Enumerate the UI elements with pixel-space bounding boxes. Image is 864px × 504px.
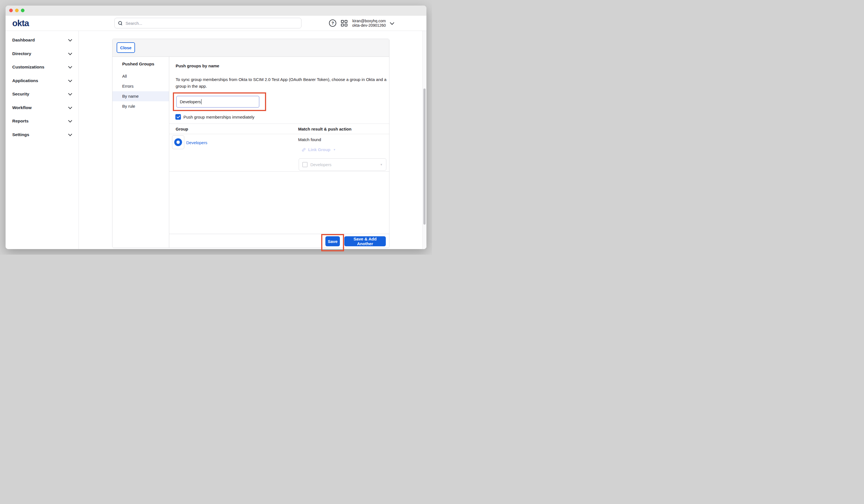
window-titlebar [5, 5, 427, 15]
sidebar-item-label: Security [12, 92, 29, 97]
subnav-item-errors[interactable]: Errors [112, 81, 169, 91]
save-button[interactable]: Save [325, 236, 340, 246]
group-icon-card [172, 135, 184, 149]
sidebar-item-directory[interactable]: Directory [5, 47, 79, 61]
search-icon [118, 21, 122, 25]
sidebar-item-dashboard[interactable]: Dashboard [5, 33, 79, 47]
close-window-icon[interactable] [9, 9, 13, 12]
grid-square [345, 24, 347, 26]
caret-down-icon: ▼ [333, 148, 336, 151]
divider [169, 134, 389, 134]
divider [169, 171, 389, 172]
sidebar-item-label: Reports [12, 119, 29, 123]
scrollbar-track[interactable] [422, 31, 427, 249]
page-title: Push groups by name [176, 63, 219, 68]
sidebar-item-security[interactable]: Security [5, 87, 79, 101]
description-text: To sync group memberships from Okta to S… [176, 76, 387, 89]
sidebar-item-workflow[interactable]: Workflow [5, 101, 79, 115]
group-placeholder-icon [302, 162, 308, 167]
chevron-down-icon [68, 92, 72, 95]
group-link[interactable]: Developers [186, 140, 207, 145]
global-search[interactable] [115, 18, 301, 28]
chevron-down-icon [68, 132, 72, 136]
chevron-down-icon [68, 119, 72, 122]
apps-grid-icon[interactable] [341, 20, 347, 26]
sidebar-item-label: Workflow [12, 105, 32, 110]
zoom-window-icon[interactable] [21, 9, 24, 12]
match-status-text: Match found [298, 137, 321, 142]
account-email: kiran@boxyhq.com [352, 19, 386, 23]
chevron-down-icon[interactable] [390, 20, 394, 25]
pushed-groups-subnav: Pushed Groups All Errors By name By rule [112, 57, 169, 248]
chevron-down-icon [68, 51, 72, 55]
link-group-button[interactable]: Link Group ▼ [301, 147, 336, 152]
subnav-item-all[interactable]: All [112, 71, 169, 81]
sidebar-item-label: Directory [12, 51, 31, 56]
panel-toolbar: Close [112, 39, 389, 57]
link-icon [301, 147, 306, 152]
chevron-down-icon [68, 105, 72, 109]
main-content-area: Close Pushed Groups All Errors By name B… [79, 31, 427, 249]
sidebar-item-label: Customizations [12, 64, 44, 70]
grid-square [341, 24, 344, 26]
sidebar-item-applications[interactable]: Applications [5, 74, 79, 88]
minimize-window-icon[interactable] [15, 9, 19, 12]
push-groups-form: Push groups by name To sync group member… [169, 57, 389, 234]
subnav-item-by-rule[interactable]: By rule [112, 101, 169, 111]
account-info[interactable]: kiran@boxyhq.com okta-dev-20901260 [352, 19, 386, 27]
sidebar-item-settings[interactable]: Settings [5, 128, 79, 142]
sidebar-item-reports[interactable]: Reports [5, 115, 79, 128]
save-add-another-button[interactable]: Save & Add Another [344, 236, 386, 246]
account-org: okta-dev-20901260 [352, 23, 386, 27]
sidebar-item-customizations[interactable]: Customizations [5, 60, 79, 74]
target-group-value: Developers [310, 162, 377, 167]
group-name-input-value: Developers [180, 99, 201, 104]
sidebar-item-label: Applications [12, 78, 38, 83]
app-window: okta ? kiran@boxyhq.com okta-dev-2090126… [5, 5, 427, 249]
help-icon[interactable]: ? [329, 20, 336, 27]
link-group-label: Link Group [308, 147, 331, 152]
push-immediately-label: Push group memberships immediately [183, 115, 254, 119]
sidebar-nav: Dashboard Directory Customizations Appli… [5, 31, 79, 249]
okta-group-icon [174, 138, 182, 146]
sidebar-item-label: Settings [12, 132, 29, 137]
subnav-item-by-name[interactable]: By name [112, 91, 169, 101]
okta-logo: okta [12, 19, 29, 28]
sidebar-item-label: Dashboard [12, 38, 35, 43]
group-name-input[interactable]: Developers [176, 96, 260, 108]
text-cursor [201, 99, 202, 104]
divider [169, 123, 389, 124]
target-group-select[interactable]: Developers ▼ [299, 158, 386, 171]
subnav-title: Pushed Groups [122, 61, 169, 67]
chevron-down-icon [68, 38, 72, 41]
caret-down-icon: ▼ [380, 163, 383, 166]
chevron-down-icon [68, 64, 72, 69]
column-header-match-result: Match result & push action [298, 127, 351, 131]
scrollbar-thumb[interactable] [423, 88, 425, 225]
app-header: okta ? kiran@boxyhq.com okta-dev-2090126… [5, 15, 427, 31]
panel-footer: Save Save & Add Another [169, 234, 389, 248]
pushed-groups-panel: Close Pushed Groups All Errors By name B… [112, 39, 389, 248]
grid-square [341, 20, 344, 23]
chevron-down-icon [68, 78, 72, 82]
search-input[interactable] [125, 21, 298, 26]
close-button[interactable]: Close [117, 42, 135, 53]
grid-square [345, 20, 347, 23]
push-immediately-checkbox[interactable] [175, 114, 181, 120]
column-header-group: Group [176, 127, 188, 131]
